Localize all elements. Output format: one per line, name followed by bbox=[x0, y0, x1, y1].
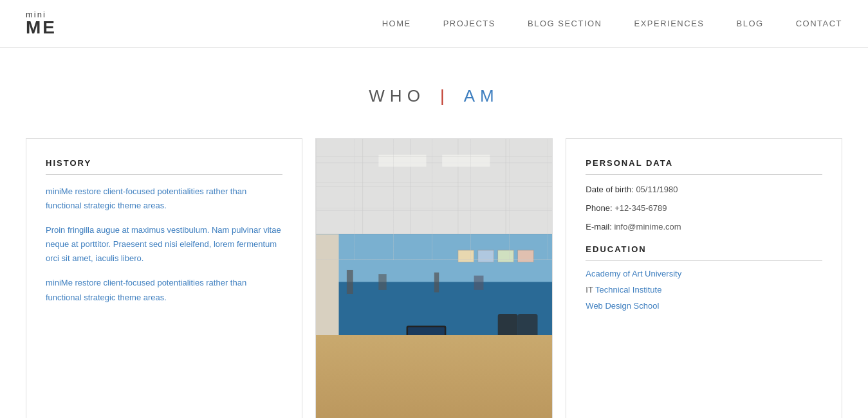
education-name-1: Academy of Art University bbox=[586, 269, 681, 278]
education-item-2: IT Technical Institute bbox=[586, 285, 822, 295]
svg-rect-31 bbox=[366, 364, 390, 378]
nav-experiences[interactable]: EXPERIENCES bbox=[634, 19, 705, 28]
svg-rect-38 bbox=[430, 394, 434, 413]
svg-rect-15 bbox=[434, 273, 439, 293]
svg-rect-30 bbox=[402, 363, 450, 371]
svg-rect-23 bbox=[371, 358, 513, 370]
svg-rect-43 bbox=[458, 250, 474, 262]
personal-data-card: PERSONAL DATA Date of birth: 05/11/1980 … bbox=[566, 138, 842, 418]
office-svg bbox=[316, 139, 553, 418]
svg-line-20 bbox=[316, 365, 553, 385]
svg-point-35 bbox=[426, 412, 470, 418]
svg-line-19 bbox=[316, 345, 553, 361]
dob-label: Date of birth: bbox=[586, 185, 636, 194]
page-title: WHO | AM bbox=[26, 86, 842, 106]
svg-rect-28 bbox=[423, 356, 431, 359]
svg-rect-39 bbox=[462, 394, 466, 413]
office-image-card bbox=[315, 138, 553, 418]
am-text: AM bbox=[464, 86, 499, 105]
dob-field: Date of birth: 05/11/1980 bbox=[586, 185, 822, 194]
history-paragraph-1: miniMe restore client-focused potentiali… bbox=[46, 185, 282, 213]
svg-rect-0 bbox=[316, 139, 553, 234]
office-image bbox=[316, 139, 553, 418]
history-card: HISTORY miniMe restore client-focused po… bbox=[26, 138, 302, 418]
education-title: EDUCATION bbox=[586, 244, 822, 261]
svg-rect-44 bbox=[477, 250, 494, 262]
dob-value: 05/11/1980 bbox=[636, 185, 678, 194]
separator-text: | bbox=[440, 86, 450, 105]
history-paragraph-2: Proin fringilla augue at maximus vestibu… bbox=[46, 223, 282, 266]
svg-rect-16 bbox=[474, 276, 483, 290]
svg-rect-40 bbox=[497, 314, 517, 341]
site-header: mini ME HOME PROJECTS BLOG SECTION EXPER… bbox=[0, 0, 868, 48]
svg-rect-45 bbox=[497, 250, 513, 262]
logo[interactable]: mini ME bbox=[26, 10, 57, 37]
svg-rect-33 bbox=[432, 377, 464, 418]
phone-field: Phone: +12-345-6789 bbox=[586, 203, 822, 213]
main-nav: HOME PROJECTS BLOG SECTION EXPERIENCES B… bbox=[382, 19, 842, 28]
nav-contact[interactable]: CONTACT bbox=[796, 19, 842, 28]
svg-rect-32 bbox=[369, 367, 388, 376]
svg-rect-9 bbox=[442, 155, 490, 167]
education-item-1: Academy of Art University bbox=[586, 269, 822, 278]
nav-home[interactable]: HOME bbox=[382, 19, 411, 28]
svg-rect-24 bbox=[394, 369, 401, 401]
cards-container: HISTORY miniMe restore client-focused po… bbox=[26, 138, 842, 418]
svg-rect-34 bbox=[436, 381, 461, 418]
svg-line-21 bbox=[316, 389, 553, 409]
svg-rect-46 bbox=[517, 250, 533, 262]
svg-rect-29 bbox=[420, 360, 436, 361]
education-item-3: Web Design School bbox=[586, 301, 822, 311]
svg-point-22 bbox=[371, 354, 513, 385]
nav-blog-section[interactable]: BLOG SECTION bbox=[528, 19, 602, 28]
nav-blog[interactable]: BLOG bbox=[737, 19, 764, 28]
svg-rect-17 bbox=[316, 234, 339, 345]
email-field: E-mail: info@minime.com bbox=[586, 222, 822, 232]
svg-rect-14 bbox=[378, 274, 386, 290]
main-content: WHO | AM HISTORY miniMe restore client-f… bbox=[0, 48, 868, 418]
svg-rect-27 bbox=[408, 327, 445, 354]
who-text: WHO bbox=[369, 86, 425, 105]
nav-projects[interactable]: PROJECTS bbox=[443, 19, 495, 28]
history-title: HISTORY bbox=[46, 158, 282, 175]
svg-rect-25 bbox=[483, 369, 490, 401]
svg-rect-13 bbox=[347, 270, 353, 294]
personal-data-title: PERSONAL DATA bbox=[586, 158, 822, 175]
education-name-3: Web Design School bbox=[586, 301, 659, 311]
history-paragraph-3: miniMe restore client-focused potentiali… bbox=[46, 276, 282, 304]
svg-rect-18 bbox=[316, 345, 553, 418]
svg-rect-42 bbox=[490, 341, 552, 348]
svg-rect-8 bbox=[378, 155, 426, 167]
logo-me-text: ME bbox=[26, 19, 57, 37]
svg-rect-41 bbox=[517, 314, 537, 341]
